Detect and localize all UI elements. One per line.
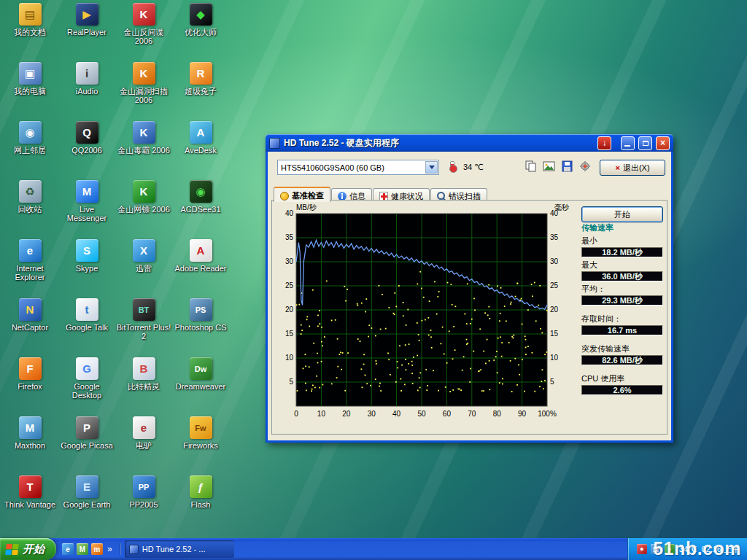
desktop-icon-internet-explorer[interactable]: eInternet Explorer [1, 239, 58, 298]
desktop-icon-netcaptor[interactable]: NNetCaptor [1, 298, 58, 357]
tab-benchmark[interactable]: 基准检查 [274, 187, 330, 202]
exit-label: 退出(X) [623, 163, 650, 174]
desktop-icon-label: 金山网镖 2006 [117, 205, 170, 214]
kingsoft-duba-icon: K [133, 121, 155, 144]
hdtune-app-icon [269, 138, 280, 149]
svg-text:90: 90 [518, 410, 527, 418]
desktop-icon-label: Internet Explorer [2, 264, 58, 282]
stat-label: 突发传输速率 [581, 343, 663, 354]
task-button-label: HD Tune 2.52 - ... [142, 545, 206, 553]
desktop-icon-recycle-bin[interactable]: ♻回收站 [1, 180, 58, 239]
pp2005-icon: PP [133, 475, 155, 498]
desktop-icon-adobe-reader[interactable]: AAdobe Reader [172, 239, 229, 298]
drive-temperature: 34 ℃ [463, 163, 484, 172]
maxthon-icon: M [19, 416, 42, 439]
desktop-icon-bittorrent-plus[interactable]: BTBitTorrent Plus! 2 [115, 298, 172, 357]
desktop-icon-kingsoft-firewall[interactable]: K金山网镖 2006 [115, 180, 172, 239]
options-gear-icon[interactable] [579, 160, 592, 172]
desktop-icon-flash[interactable]: ƒFlash [172, 475, 229, 534]
copy-text-icon[interactable] [525, 160, 537, 172]
desktop-icon-label: BitTorrent Plus! 2 [116, 323, 171, 341]
window-titlebar[interactable]: HD Tune 2.52 - 硬盘实用程序 ↓ × [266, 134, 673, 152]
desktop-icon-label: Live Messenger [59, 205, 115, 223]
benchmark-chart: 4040353530302525202015151010550102030405… [274, 202, 570, 422]
desktop-icon-label: Maxthon [15, 441, 45, 450]
transfer-rate-section-label: 传输速率 [581, 222, 663, 233]
desktop-icon-kingsoft-duba[interactable]: K金山毒霸 2006 [115, 121, 172, 180]
svg-text:MB/秒: MB/秒 [296, 203, 317, 211]
desktop-icon-google-picasa[interactable]: PGoogle Picasa [58, 416, 115, 475]
desktop-icon-emule[interactable]: e电驴 [115, 416, 172, 475]
tray-clock: 02:16 上午 [701, 544, 740, 555]
chevron-down-icon[interactable] [425, 161, 438, 174]
taskbar-task-hdtune[interactable]: HD Tune 2.52 - ... [125, 540, 234, 558]
stat-label: CPU 使用率 [581, 373, 663, 384]
desktop-icon-photoshop-cs[interactable]: PSPhotoshop CS [172, 298, 229, 357]
svg-text:10: 10 [317, 410, 326, 418]
start-button[interactable]: 开始 [581, 206, 663, 222]
update-button[interactable]: ↓ [597, 136, 611, 150]
desktop-icon-fireworks[interactable]: FwFireworks [172, 416, 229, 475]
super-rabbit-icon: R [190, 62, 212, 85]
desktop-icon-youhua-dashi[interactable]: ◆优化大师 [172, 3, 229, 62]
flash-icon: ƒ [190, 475, 212, 498]
desktop-icon-my-computer[interactable]: ▣我的电脑 [1, 62, 58, 121]
desktop-icon-realplayer[interactable]: ▶RealPlayer [58, 3, 115, 62]
desktop-icon-network-places[interactable]: ◉网上邻居 [1, 121, 58, 180]
desktop-icon-acdsee[interactable]: ◉ACDSee31 [172, 180, 229, 239]
desktop-icon-google-desktop[interactable]: GGoogle Desktop [58, 357, 115, 416]
desktop-icon-google-earth[interactable]: EGoogle Earth [58, 475, 115, 534]
desktop-icon-kingsoft-antispy[interactable]: K金山反间谍 2006 [115, 3, 172, 62]
live-messenger-icon: M [76, 180, 98, 203]
exit-button[interactable]: × 退出(X) [600, 160, 665, 176]
desktop-icon-bitspirit[interactable]: B比特精灵 [115, 357, 172, 416]
bitspirit-icon: B [133, 357, 155, 380]
stat-value: 82.6 MB/秒 [581, 355, 663, 365]
copy-image-icon[interactable] [543, 160, 555, 172]
stat-value: 29.3 MB/秒 [581, 295, 663, 306]
desktop-icon-kingsoft-scan[interactable]: K金山漏洞扫描 2006 [115, 62, 172, 121]
desktop-icon-maxthon[interactable]: MMaxthon [1, 416, 58, 475]
quick-launch-2[interactable]: M [77, 543, 88, 555]
svg-text:20: 20 [550, 306, 559, 314]
tray-icon-3[interactable]: ● [665, 544, 675, 554]
desktop-icon-avedesk[interactable]: AAveDesk [172, 121, 229, 180]
minimize-button[interactable] [621, 136, 635, 150]
desktop-icon-qq2006[interactable]: QQQ2006 [58, 121, 115, 180]
desktop-icon-iaudio[interactable]: iiAudio [58, 62, 115, 121]
quick-launch-1[interactable]: e [62, 543, 74, 555]
svg-text:30: 30 [550, 257, 559, 265]
iaudio-icon: i [76, 62, 98, 85]
svg-text:30: 30 [368, 410, 376, 418]
desktop-icon-xunlei[interactable]: X迅雷 [115, 239, 172, 298]
gauge-icon [280, 192, 289, 201]
desktop-icon-skype[interactable]: SSkype [58, 239, 115, 298]
quick-launch-3[interactable]: m [91, 543, 103, 555]
desktop-icon-google-talk[interactable]: tGoogle Talk [58, 298, 115, 357]
svg-text:70: 70 [468, 410, 476, 418]
desktop-icon-firefox[interactable]: FFirefox [1, 357, 58, 416]
desktop-icon-live-messenger[interactable]: MLive Messenger [58, 180, 115, 239]
tray-icon-1[interactable]: ● [637, 544, 647, 554]
start-label: 开始 [23, 542, 44, 556]
svg-text:25: 25 [550, 281, 559, 289]
tray-icon-2[interactable]: ▣ [651, 544, 661, 554]
desktop-icon-dreamweaver[interactable]: DwDreamweaver [172, 357, 229, 416]
maximize-button[interactable] [638, 136, 652, 150]
desktop-icon-label: 回收站 [18, 205, 42, 214]
save-icon[interactable] [561, 160, 573, 172]
desktop-icon-super-rabbit[interactable]: R超级兔子 [172, 62, 229, 121]
quick-launch-chevron-icon[interactable]: » [106, 544, 114, 554]
drive-select-combobox[interactable]: HTS541060G9SA00 (60 GB) [277, 160, 439, 175]
skype-icon: S [76, 239, 98, 262]
desktop-icon-label: ACDSee31 [180, 205, 220, 214]
bittorrent-plus-icon: BT [133, 298, 155, 321]
desktop-icon-label: 网上邻居 [14, 146, 46, 155]
desktop-icon-think-vantage[interactable]: TThink Vantage [1, 475, 58, 534]
start-button-taskbar[interactable]: 开始 [0, 538, 56, 560]
kingsoft-scan-icon: K [133, 62, 155, 85]
close-button[interactable]: × [656, 136, 670, 150]
desktop-icon-label: Fireworks [183, 441, 218, 450]
desktop-icon-pp2005[interactable]: PPPP2005 [115, 475, 172, 534]
desktop-icon-my-documents[interactable]: ▤我的文档 [1, 3, 58, 62]
